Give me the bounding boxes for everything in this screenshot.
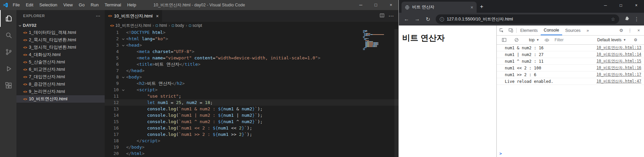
menu-view[interactable]: View <box>60 0 76 10</box>
breadcrumb-item[interactable]: script <box>189 23 202 28</box>
file-item[interactable]: <>4_대화상자.html <box>16 51 105 58</box>
editor-more-icon[interactable]: ⋯ <box>388 13 394 19</box>
minimap[interactable] <box>363 30 385 50</box>
html-file-icon: <> <box>23 53 27 57</box>
close-icon[interactable]: × <box>629 0 644 11</box>
address-bar[interactable]: i 127.0.0.1:5500/10_비트연산자.html ☆ <box>436 14 619 24</box>
browser-tab[interactable]: 비트 연산자 × <box>401 2 477 13</box>
console-message: num1 & num2 : 1610_비트연산자.html:13 <box>497 45 644 51</box>
new-tab-icon[interactable]: + <box>480 3 483 10</box>
menu-run[interactable]: Run <box>88 0 102 10</box>
source-control-icon[interactable] <box>0 44 16 60</box>
file-item[interactable]: <>3_명시적_타입변환.html <box>16 44 105 51</box>
file-item[interactable]: <>7_대입연산자.html <box>16 73 105 81</box>
console-toolbar: top ▼ Filter Default levels ▼ ⚙ <box>497 36 644 45</box>
html-file-icon: <> <box>110 24 114 28</box>
menu-selection[interactable]: Selection <box>36 0 60 10</box>
forward-icon[interactable]: → <box>413 16 422 22</box>
devtools-close-icon[interactable]: × <box>635 28 643 33</box>
device-toolbar-icon[interactable] <box>506 25 516 35</box>
folder-day02[interactable]: DAY02 <box>16 21 105 29</box>
devtools-tab-sources[interactable]: Sources <box>562 25 584 35</box>
file-item[interactable]: <>2_묵시적_타입변환.html <box>16 36 105 44</box>
explorer-more-icon[interactable]: ⋯ <box>96 13 101 18</box>
maximize-icon[interactable]: □ <box>613 0 629 11</box>
bookmark-star-icon[interactable]: ☆ <box>611 16 615 22</box>
tab-close-icon[interactable]: × <box>156 13 159 19</box>
inspect-element-icon[interactable] <box>497 25 506 35</box>
fold-icon[interactable] <box>120 87 126 93</box>
devtools-menu-icon[interactable]: ⋮ <box>626 28 634 33</box>
console-message: num1 << 2 : 10010_비트연산자.html:16 <box>497 65 644 71</box>
console-settings-icon[interactable]: ⚙ <box>634 38 638 42</box>
favicon-globe-icon <box>405 5 410 10</box>
editor-tab[interactable]: <> 10_비트연산자.html × <box>105 10 162 22</box>
source-link[interactable]: 10_비트연산자.html:15 <box>592 59 641 64</box>
menu-terminal[interactable]: Terminal <box>102 0 124 10</box>
file-item[interactable]: <>10_비트연산자.html <box>16 95 105 103</box>
code-line: 18 </script> <box>105 138 398 144</box>
filter-input[interactable]: Filter <box>555 38 594 42</box>
devtools-tab-elements[interactable]: Elements <box>517 25 541 35</box>
explorer-icon[interactable] <box>0 10 16 27</box>
close-icon[interactable]: × <box>383 0 398 10</box>
breadcrumb-item[interactable]: html <box>156 23 167 28</box>
run-debug-icon[interactable] <box>0 60 16 77</box>
file-item[interactable]: <>6_비교연산자.html <box>16 66 105 73</box>
split-editor-icon[interactable] <box>380 13 384 19</box>
minimize-icon[interactable]: ─ <box>353 0 368 10</box>
search-icon[interactable] <box>0 27 16 44</box>
extensions-puzzle-icon[interactable] <box>623 16 631 22</box>
log-level-selector[interactable]: Default levels ▼ <box>597 38 626 42</box>
console-message: num1 >> 2 : 610_비트연산자.html:17 <box>497 71 644 78</box>
browser-tabstrip: 비트 연산자 × + ─ □ × <box>399 0 644 13</box>
live-expression-eye-icon[interactable] <box>542 38 552 43</box>
context-selector[interactable]: top ▼ <box>529 38 539 42</box>
reload-icon[interactable]: ↻ <box>424 16 432 22</box>
more-tabs-icon[interactable]: » <box>584 25 592 35</box>
extensions-icon[interactable] <box>0 77 16 94</box>
editor-scrollbar[interactable] <box>394 29 398 157</box>
console-sidebar-icon[interactable] <box>499 38 509 42</box>
source-link[interactable]: 10_비트연산자.html:14 <box>592 52 641 57</box>
source-link[interactable]: 10_비트연산자.html:16 <box>592 65 641 70</box>
browser-menu-icon[interactable]: ⋮ <box>633 16 641 22</box>
devtools-tab-console[interactable]: Console <box>541 25 562 35</box>
browser-toolbar: ← → ↻ i 127.0.0.1:5500/10_비트연산자.html ☆ ⋮ <box>399 13 644 25</box>
file-item[interactable]: <>8_증감연산자.html <box>16 81 105 88</box>
site-info-icon[interactable]: i <box>440 17 444 21</box>
file-item[interactable]: <>5_산술연산자.html <box>16 58 105 66</box>
tab-close-icon[interactable]: × <box>471 5 473 10</box>
menu-help[interactable]: Help <box>124 0 139 10</box>
explorer-title: EXPLORER <box>23 14 45 18</box>
file-item[interactable]: <>9_논리연산자.html <box>16 88 105 95</box>
minimize-icon[interactable]: ─ <box>598 0 613 11</box>
source-link[interactable]: 10_비트연산자.html:17 <box>592 72 641 77</box>
symbol-icon <box>172 24 174 27</box>
chevron-down-icon: ▼ <box>623 38 626 42</box>
code-area[interactable]: 1<!DOCTYPE html>2<html lang="ko">3<head>… <box>105 29 398 157</box>
fold-icon[interactable] <box>120 42 126 48</box>
html-file-icon: <> <box>23 31 27 35</box>
console-prompt[interactable]: > <box>497 150 644 157</box>
source-link[interactable]: 10_비트연산자.html:47 <box>592 79 641 84</box>
fold-icon[interactable] <box>120 74 126 80</box>
devtools-settings-icon[interactable]: ⚙ <box>617 28 625 33</box>
code-line: 9 <h2>비트 연산자</h2> <box>105 80 398 87</box>
code-line: 4 <meta charset="UTF-8"> <box>105 48 398 55</box>
browser-tab-title: 비트 연산자 <box>412 4 468 10</box>
maximize-icon[interactable]: □ <box>368 0 383 10</box>
menu-go[interactable]: Go <box>76 0 88 10</box>
fold-icon[interactable] <box>120 36 126 42</box>
clear-console-icon[interactable] <box>512 38 521 42</box>
source-link[interactable]: 10_비트연산자.html:13 <box>592 45 641 50</box>
window-controls: ─ □ × <box>353 0 398 10</box>
back-icon[interactable]: ← <box>402 16 411 22</box>
breadcrumb-item[interactable]: <>10_비트연산자.html <box>110 23 151 29</box>
code-line: 7</head> <box>105 67 398 74</box>
file-item[interactable]: <>1_데이터타입_객체.html <box>16 29 105 36</box>
menu-file[interactable]: File <box>10 0 23 10</box>
breadcrumb-item[interactable]: body <box>172 23 184 28</box>
menu-edit[interactable]: Edit <box>23 0 36 10</box>
html-file-icon: <> <box>23 83 27 86</box>
